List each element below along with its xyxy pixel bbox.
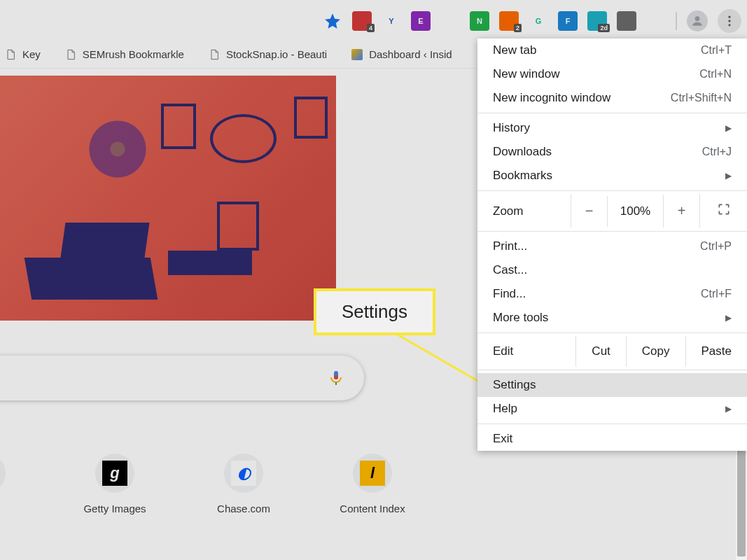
shortcut-icon: l (353, 454, 392, 493)
browser-toolbar: 4YEN2GF2d (0, 6, 747, 36)
chrome-menu: New tabCtrl+TNew windowCtrl+NNew incogni… (477, 38, 747, 451)
menu-item-label: Settings (493, 378, 536, 392)
menu-edit-label: Edit (477, 336, 575, 367)
search-input[interactable] (0, 371, 328, 386)
shortcut-tile[interactable]: ◐Chase.com (202, 454, 286, 514)
submenu-arrow-icon: ▶ (725, 171, 732, 181)
menu-shortcut: Ctrl+J (702, 146, 732, 158)
zoom-value: 100% (607, 196, 663, 227)
menu-item-label: New tab (493, 43, 536, 57)
menu-item-new-tab[interactable]: New tabCtrl+T (477, 38, 747, 62)
menu-item-settings[interactable]: Settings (477, 373, 747, 397)
page-icon (208, 48, 221, 61)
zoom-in-button[interactable]: + (663, 195, 699, 227)
menu-item-new-incognito-window[interactable]: New incognito windowCtrl+Shift+N (477, 86, 747, 110)
shortcut-label: Getty Images (83, 503, 146, 514)
callout-settings: Settings (314, 288, 435, 335)
chrome-menu-button[interactable] (718, 9, 741, 33)
bookmark-star-icon[interactable] (323, 11, 342, 31)
menu-shortcut: Ctrl+P (700, 240, 732, 253)
svg-point-3 (728, 24, 730, 26)
submenu-arrow-icon: ▶ (725, 123, 732, 133)
menu-item-label: New window (493, 67, 559, 81)
menu-item-label: Cast... (493, 263, 527, 277)
menu-shortcut: Ctrl+F (701, 288, 732, 300)
badge-ext[interactable]: 2 (499, 11, 519, 31)
bookmark-item[interactable]: Dashboard ‹ Insid (347, 46, 456, 64)
shortcut-icon: g (95, 454, 134, 493)
y-ext[interactable]: Y (382, 11, 401, 31)
shortcuts-row: MSgGetty Images◐Chase.comlContent Index (0, 454, 414, 514)
bookmark-label: SEMrush Bookmarkle (83, 48, 184, 60)
menu-item-label: More tools (493, 311, 548, 325)
profile-avatar-icon[interactable] (687, 10, 708, 31)
google-doodle[interactable] (0, 76, 336, 321)
teal-ext[interactable]: 2d (587, 11, 607, 31)
menu-item-label: Print... (493, 239, 527, 253)
svg-point-1 (728, 16, 730, 18)
menu-item-downloads[interactable]: DownloadsCtrl+J (477, 140, 747, 164)
menu-item-help[interactable]: Help▶ (477, 397, 747, 421)
menu-item-label: Bookmarks (493, 169, 552, 183)
shortcut-tile[interactable]: lContent Index (330, 454, 414, 514)
menu-item-label: History (493, 121, 530, 135)
svg-rect-5 (334, 375, 338, 379)
pen-ext[interactable] (646, 11, 666, 31)
evernote-ext[interactable] (440, 11, 460, 31)
svg-point-0 (695, 16, 700, 21)
bookmark-item[interactable]: SEMrush Bookmarkle (60, 46, 188, 64)
menu-item-label: Downloads (493, 145, 552, 159)
menu-item-label: New incognito window (493, 91, 610, 105)
bookmark-label: Key (22, 48, 41, 60)
f-ext[interactable]: F (558, 11, 578, 31)
paste-button[interactable]: Paste (685, 336, 747, 367)
menu-shortcut: Ctrl+Shift+N (671, 92, 732, 104)
e-ext[interactable]: E (411, 11, 431, 31)
menu-shortcut: Ctrl+N (699, 68, 732, 80)
menu-item-more-tools[interactable]: More tools▶ (477, 306, 747, 330)
shortcut-icon (0, 454, 6, 493)
menu-zoom-row: Zoom − 100% + (477, 194, 747, 228)
fullscreen-button[interactable] (699, 194, 747, 228)
shortcut-tile[interactable]: MS (0, 454, 28, 514)
page-icon (64, 48, 77, 61)
cut-button[interactable]: Cut (575, 336, 625, 367)
copy-button[interactable]: Copy (626, 336, 685, 367)
divider-icon (676, 12, 677, 30)
shortcut-label: Content Index (340, 503, 405, 514)
svg-point-2 (728, 20, 730, 22)
menu-item-bookmarks[interactable]: Bookmarks▶ (477, 164, 747, 188)
menu-item-cast[interactable]: Cast... (477, 258, 747, 282)
menu-item-find[interactable]: Find...Ctrl+F (477, 282, 747, 306)
shortcut-label: Chase.com (217, 503, 270, 514)
zoom-out-button[interactable]: − (571, 195, 607, 227)
menu-item-print[interactable]: Print...Ctrl+P (477, 234, 747, 258)
menu-zoom-label: Zoom (477, 196, 571, 227)
menu-item-label: Help (493, 402, 517, 416)
menu-shortcut: Ctrl+T (701, 44, 732, 57)
submenu-arrow-icon: ▶ (725, 313, 732, 323)
menu-item-label: Exit (493, 432, 512, 446)
bookmark-item[interactable]: StockSnap.io - Beauti (204, 46, 331, 64)
voice-search-icon[interactable] (328, 370, 344, 386)
menu-item-exit[interactable]: Exit (477, 427, 747, 451)
n-ext[interactable]: N (470, 11, 489, 31)
pdf-ext[interactable] (617, 11, 636, 31)
grammarly-ext[interactable]: G (529, 11, 548, 31)
submenu-arrow-icon: ▶ (725, 404, 732, 414)
page-icon (4, 48, 17, 61)
menu-edit-row: Edit Cut Copy Paste (477, 336, 747, 367)
favicon-icon (351, 48, 363, 61)
bookmark-label: Dashboard ‹ Insid (369, 48, 452, 60)
search-bar (0, 356, 364, 400)
menu-item-label: Find... (493, 287, 526, 301)
password-ext[interactable]: 4 (352, 11, 372, 31)
bookmark-label: StockSnap.io - Beauti (226, 48, 327, 60)
menu-item-new-window[interactable]: New windowCtrl+N (477, 62, 747, 86)
bookmark-item[interactable]: Key (0, 46, 45, 64)
shortcut-tile[interactable]: gGetty Images (73, 454, 157, 514)
shortcut-icon: ◐ (224, 454, 263, 493)
menu-item-history[interactable]: History▶ (477, 116, 747, 140)
